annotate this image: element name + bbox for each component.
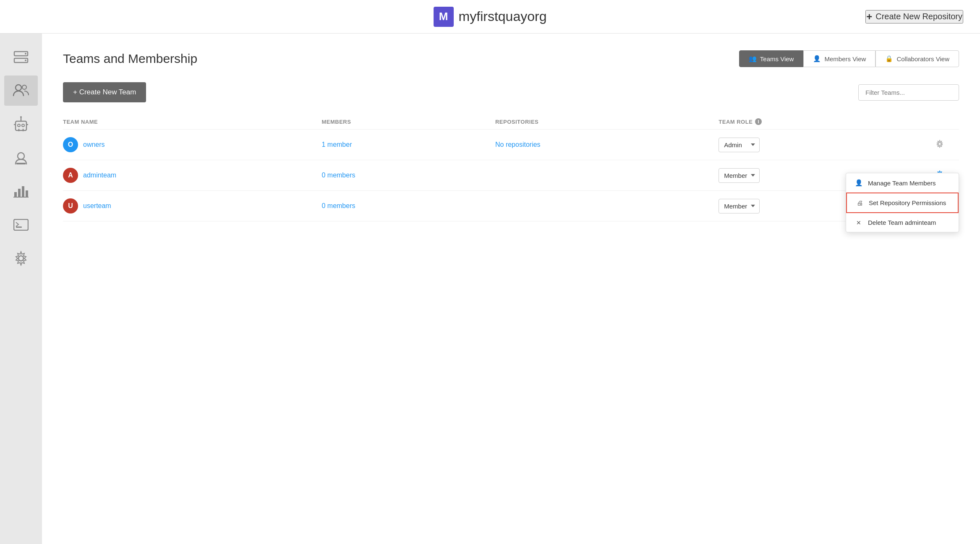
role-select-adminteam[interactable]: Member Admin Creator — [719, 168, 760, 183]
teams-table: TEAM NAME MEMBERS REPOSITORIES TEAM ROLE… — [63, 114, 959, 221]
view-tabs: 👥 Teams View 👤 Members View 🔒 Collaborat… — [739, 50, 959, 67]
plus-icon: + — [866, 11, 872, 23]
members-view-icon: 👤 — [813, 55, 821, 62]
delete-team-icon: ✕ — [855, 219, 863, 226]
actions-cell-adminteam: 👤 Manage Team Members 🖨 Set Repository P… — [934, 160, 959, 191]
svg-point-25 — [938, 142, 941, 145]
tab-teams-view[interactable]: 👥 Teams View — [739, 50, 804, 67]
dropdown-set-repo-permissions[interactable]: 🖨 Set Repository Permissions — [846, 193, 959, 213]
table-header-row: TEAM NAME MEMBERS REPOSITORIES TEAM ROLE… — [63, 114, 959, 130]
org-name: myfirstquayorg — [459, 9, 547, 24]
svg-rect-16 — [16, 163, 26, 164]
tab-collaborators-view[interactable]: 🔒 Collaborators View — [875, 50, 959, 67]
members-link-adminteam[interactable]: 0 members — [321, 172, 355, 179]
team-avatar-owners: O — [63, 137, 78, 152]
org-identity: M myfirstquayorg — [434, 7, 547, 27]
sidebar-item-robot[interactable] — [4, 109, 38, 139]
members-cell-userteam: 0 members — [321, 191, 495, 221]
role-select-userteam[interactable]: Member Admin Creator — [719, 199, 760, 213]
org-logo: M — [434, 7, 454, 27]
team-link-adminteam[interactable]: adminteam — [83, 172, 116, 179]
repos-cell-owners: No repositories — [495, 130, 719, 160]
actions-cell-owners — [934, 130, 959, 160]
teams-view-icon: 👥 — [749, 55, 757, 62]
top-header: M myfirstquayorg + Create New Repository — [0, 0, 980, 34]
members-link-userteam[interactable]: 0 members — [321, 202, 355, 209]
filter-teams-input[interactable] — [858, 84, 959, 101]
svg-rect-22 — [14, 219, 28, 230]
svg-point-3 — [25, 60, 26, 61]
table-row: U userteam 0 members Member Admin Creato… — [63, 191, 959, 221]
sidebar-item-deploy[interactable] — [4, 143, 38, 173]
svg-point-5 — [22, 85, 26, 89]
dropdown-delete-team-label: Delete Team adminteam — [868, 219, 936, 226]
set-repo-permissions-icon: 🖨 — [855, 199, 864, 206]
svg-rect-23 — [16, 226, 22, 228]
main-layout: Teams and Membership 👥 Teams View 👤 Memb… — [0, 34, 980, 544]
page-header: Teams and Membership 👥 Teams View 👤 Memb… — [63, 50, 959, 67]
repos-link-owners[interactable]: No repositories — [495, 141, 541, 148]
svg-rect-20 — [26, 190, 28, 197]
table-row: A adminteam 0 members Member Admin Creat… — [63, 160, 959, 191]
teams-view-label: Teams View — [760, 55, 794, 62]
team-link-userteam[interactable]: userteam — [83, 202, 111, 210]
members-view-label: Members View — [824, 55, 866, 62]
gear-dropdown-adminteam: 👤 Manage Team Members 🖨 Set Repository P… — [846, 173, 959, 232]
tab-members-view[interactable]: 👤 Members View — [803, 50, 875, 67]
team-role-info-icon[interactable]: i — [755, 118, 762, 125]
sidebar-item-storage[interactable] — [4, 42, 38, 72]
svg-point-7 — [18, 124, 20, 127]
svg-rect-19 — [22, 186, 24, 197]
role-cell-owners: Admin Member Creator — [719, 130, 934, 160]
svg-point-4 — [16, 85, 21, 91]
col-team-role: TEAM ROLE i — [719, 114, 934, 130]
dropdown-manage-members-label: Manage Team Members — [868, 180, 936, 187]
manage-members-icon: 👤 — [855, 179, 863, 187]
sidebar-item-chart[interactable] — [4, 176, 38, 206]
team-avatar-adminteam: A — [63, 168, 78, 183]
gear-button-owners[interactable] — [934, 138, 946, 152]
members-cell-adminteam: 0 members — [321, 160, 495, 191]
create-team-label: + Create New Team — [73, 88, 136, 96]
sidebar-item-users[interactable] — [4, 75, 38, 106]
toolbar: + Create New Team — [63, 82, 959, 102]
members-link-owners[interactable]: 1 member — [321, 141, 352, 148]
svg-rect-18 — [18, 189, 21, 197]
svg-rect-17 — [14, 192, 17, 197]
team-avatar-userteam: U — [63, 198, 78, 213]
col-team-name: TEAM NAME — [63, 114, 321, 130]
team-name-cell: A adminteam — [63, 160, 321, 191]
table-row: O owners 1 member No repositories Admin … — [63, 130, 959, 160]
dropdown-manage-members[interactable]: 👤 Manage Team Members — [846, 173, 959, 193]
create-team-button[interactable]: + Create New Team — [63, 82, 146, 102]
col-repositories: REPOSITORIES — [495, 114, 719, 130]
main-content: Teams and Membership 👥 Teams View 👤 Memb… — [42, 34, 980, 544]
create-repo-button[interactable]: + Create New Repository — [865, 10, 963, 23]
create-repo-label: Create New Repository — [875, 12, 962, 21]
members-cell-owners: 1 member — [321, 130, 495, 160]
team-name-cell: O owners — [63, 130, 321, 160]
dropdown-set-repo-permissions-label: Set Repository Permissions — [869, 199, 946, 206]
sidebar-item-terminal[interactable] — [4, 210, 38, 240]
svg-rect-6 — [16, 121, 26, 130]
svg-point-10 — [20, 116, 22, 118]
svg-point-15 — [18, 153, 24, 159]
team-name-cell: U userteam — [63, 191, 321, 221]
repos-cell-userteam — [495, 191, 719, 221]
sidebar — [0, 34, 42, 544]
collaborators-view-icon: 🔒 — [885, 55, 893, 62]
repos-cell-adminteam — [495, 160, 719, 191]
svg-point-8 — [22, 124, 24, 127]
dropdown-delete-team[interactable]: ✕ Delete Team adminteam — [846, 213, 959, 232]
page-title: Teams and Membership — [63, 52, 197, 66]
collaborators-view-label: Collaborators View — [896, 55, 949, 62]
role-select-owners[interactable]: Admin Member Creator — [719, 138, 760, 152]
sidebar-item-settings[interactable] — [4, 243, 38, 273]
col-actions — [934, 114, 959, 130]
team-link-owners[interactable]: owners — [83, 141, 105, 148]
svg-point-24 — [18, 256, 24, 261]
svg-point-2 — [25, 53, 26, 55]
col-members: MEMBERS — [321, 114, 495, 130]
